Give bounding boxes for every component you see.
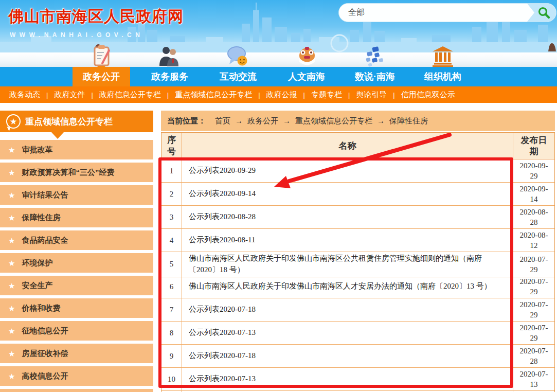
breadcrumb-item: → 政务公开 xyxy=(230,116,278,126)
row-title-link[interactable]: 公示列表2020-07-18 xyxy=(182,345,513,368)
subnav-link[interactable]: 舆论引导 xyxy=(350,90,393,100)
row-title-link[interactable]: 佛山市南海区人民政府关于印发佛山市南海区公共租赁住房管理实施细则的通知（南府〔2… xyxy=(182,252,513,277)
subnav-link[interactable]: 信用信息双公示 xyxy=(395,90,461,100)
table-row: 8 公示列表2020-07-13 2020-07-29 xyxy=(161,322,554,345)
clipboard-pen-icon[interactable] xyxy=(90,43,114,67)
star-icon: ★ xyxy=(8,327,15,335)
row-title-link[interactable]: 公示列表2020-08-11 xyxy=(182,229,513,252)
subnav-separator: | xyxy=(258,91,260,99)
subnav-link[interactable]: 专题专栏 xyxy=(305,90,348,100)
lion-dance-icon[interactable] xyxy=(295,43,319,67)
table-row: 3 公示列表2020-08-28 2020-08-28 xyxy=(161,206,554,229)
subnav-separator: | xyxy=(348,91,350,99)
sidebar-item-partial xyxy=(0,389,153,392)
row-date: 2020-08-28 xyxy=(513,206,554,229)
tab-hudong-jiaoliu[interactable]: 互动交流 xyxy=(209,67,267,86)
row-number: 2 xyxy=(161,183,182,206)
sidebar-item[interactable]: ★ 房屋征收补偿 xyxy=(0,344,153,363)
row-number: 5 xyxy=(161,252,182,277)
search-input[interactable] xyxy=(339,4,527,22)
table-row: 6 佛山市南海区人民政府关于印发佛山市南海区人才安居办法的通知（南府〔2020〕… xyxy=(161,275,554,298)
sidebar-item[interactable]: ★ 价格和收费 xyxy=(0,298,153,318)
sidebar-item[interactable]: ★ 审计结果公告 xyxy=(0,185,153,205)
table-row: 2 公示列表2020-09-14 2020-09-14 xyxy=(161,183,554,206)
breadcrumb-arrow: → xyxy=(377,117,385,126)
breadcrumb-link[interactable]: 保障性住房 xyxy=(389,116,428,126)
breadcrumb-link[interactable]: 首页 xyxy=(215,116,230,126)
search-button[interactable] xyxy=(527,4,556,22)
row-title-link[interactable]: 公示列表2020-08-28 xyxy=(182,206,513,229)
tab-renwen-nanhai[interactable]: 人文南海 xyxy=(278,67,335,86)
row-title-link[interactable]: 佛山市南海区人民政府关于印发佛山市南海区人才安居办法的通知（南府〔2020〕13… xyxy=(182,275,513,298)
breadcrumb-item: → 重点领域信息公开专栏 xyxy=(278,116,372,126)
breadcrumb-label: 当前位置： xyxy=(167,116,206,126)
star-icon: ★ xyxy=(8,282,15,290)
star-icon: ★ xyxy=(8,191,15,199)
row-number: 1 xyxy=(161,159,182,183)
table-row: 1 公示列表2020-09-29 2020-09-29 xyxy=(161,159,554,183)
sidebar-item[interactable]: ★ 财政预算决算和“三公”经费 xyxy=(0,163,153,182)
sidebar-item[interactable]: ★ 征地信息公开 xyxy=(0,321,153,341)
sidebar-item[interactable]: ★ 审批改革 xyxy=(0,140,153,159)
sidebar-item-label: 房屋征收补偿 xyxy=(22,349,68,359)
row-title-link[interactable]: 公示列表2020-07-13 xyxy=(182,368,513,391)
chat-smiley-icon[interactable] xyxy=(226,43,250,67)
table-row: 7 公示列表2020-07-18 2020-07-29 xyxy=(161,298,554,322)
breadcrumb-item: 首页 xyxy=(206,116,230,126)
subnav-item: 信用信息双公示 xyxy=(395,90,461,100)
row-title-link[interactable]: 公示列表2020-07-18 xyxy=(182,298,513,322)
tab-shushuo-nanhai[interactable]: 数说·南海 xyxy=(346,67,404,86)
subnav-link[interactable]: 政府公报 xyxy=(260,90,303,100)
sidebar-item-label: 环境保护 xyxy=(22,258,52,268)
subnav-item: 政府信息公开专栏 | xyxy=(93,90,169,100)
sidebar-item-label: 征地信息公开 xyxy=(22,326,68,336)
subnav-link[interactable]: 政府文件 xyxy=(48,90,91,100)
subnav-link[interactable]: 重点领域信息公开专栏 xyxy=(169,90,258,100)
breadcrumb: 当前位置： 首页 → 政务公开 → 重点领域信息公开专栏 xyxy=(161,111,555,131)
sidebar-item-label: 保障性住房 xyxy=(22,213,60,223)
site-logo: 佛山市南海区人民政府网 WWW.NANHAI.GOV.CN xyxy=(8,6,184,39)
breadcrumb-link[interactable]: 重点领域信息公开专栏 xyxy=(295,116,372,126)
subnav-item: 政府公报 | xyxy=(260,90,305,100)
row-date: 2020-07-13 xyxy=(513,368,554,391)
subnav-link[interactable]: 政务动态 xyxy=(3,90,46,100)
subnav-item: 重点领域信息公开专栏 | xyxy=(169,90,260,100)
row-number: 4 xyxy=(161,229,182,252)
row-number: 7 xyxy=(161,298,182,322)
subnav-item: 政府文件 | xyxy=(48,90,93,100)
tab-zuzhi-jigou[interactable]: 组织机构 xyxy=(414,67,472,86)
table-header: 序号 名称 发布日期 xyxy=(161,133,554,159)
sidebar-item[interactable]: ★ 环境保护 xyxy=(0,253,153,273)
star-icon: ★ xyxy=(8,350,15,358)
row-date: 2020-07-28 xyxy=(513,345,554,368)
sidebar-item[interactable]: ★ 高校信息公开 xyxy=(0,366,153,386)
site-url: WWW.NANHAI.GOV.CN xyxy=(10,31,184,39)
site-title: 佛山市南海区人民政府网 xyxy=(8,6,184,27)
subnav-item: 舆论引导 | xyxy=(350,90,394,100)
sidebar-item-label: 审计结果公告 xyxy=(22,190,68,200)
breadcrumb-link[interactable]: 政务公开 xyxy=(247,116,278,126)
table-row: 5 佛山市南海区人民政府关于印发佛山市南海区公共租赁住房管理实施细则的通知（南府… xyxy=(161,252,554,275)
row-title-link[interactable]: 公示列表2020-07-13 xyxy=(182,322,513,345)
row-number: 10 xyxy=(161,368,182,391)
subnav-separator: | xyxy=(303,91,305,99)
subnav-link[interactable]: 政府信息公开专栏 xyxy=(93,90,167,100)
bank-building-icon[interactable] xyxy=(431,43,455,67)
sidebar-item[interactable]: ★ 食品药品安全 xyxy=(0,230,153,250)
tab-zhengwu-fuwu[interactable]: 政务服务 xyxy=(141,67,199,86)
data-blocks-icon[interactable] xyxy=(363,43,386,67)
tab-zhengwu-gongkai[interactable]: 政务公开 xyxy=(73,67,130,86)
star-icon: ★ xyxy=(8,146,15,154)
star-icon: ★ xyxy=(8,372,15,380)
subnav-item: 政务动态 | xyxy=(3,90,48,100)
row-date: 2020-09-14 xyxy=(513,183,554,206)
search-icon xyxy=(537,6,551,20)
row-title-link[interactable]: 公示列表2020-09-14 xyxy=(182,183,513,206)
sidebar-item-label: 财政预算决算和“三公”经费 xyxy=(22,168,114,177)
row-title-link[interactable]: 公示列表2020-09-29 xyxy=(182,159,513,183)
star-icon: ★ xyxy=(8,237,15,244)
sidebar-item[interactable]: ★ 安全生产 xyxy=(0,276,153,295)
people-icon[interactable] xyxy=(157,43,181,67)
sidebar-item[interactable]: ★ 保障性住房 xyxy=(0,208,153,227)
search-box[interactable] xyxy=(338,3,556,22)
